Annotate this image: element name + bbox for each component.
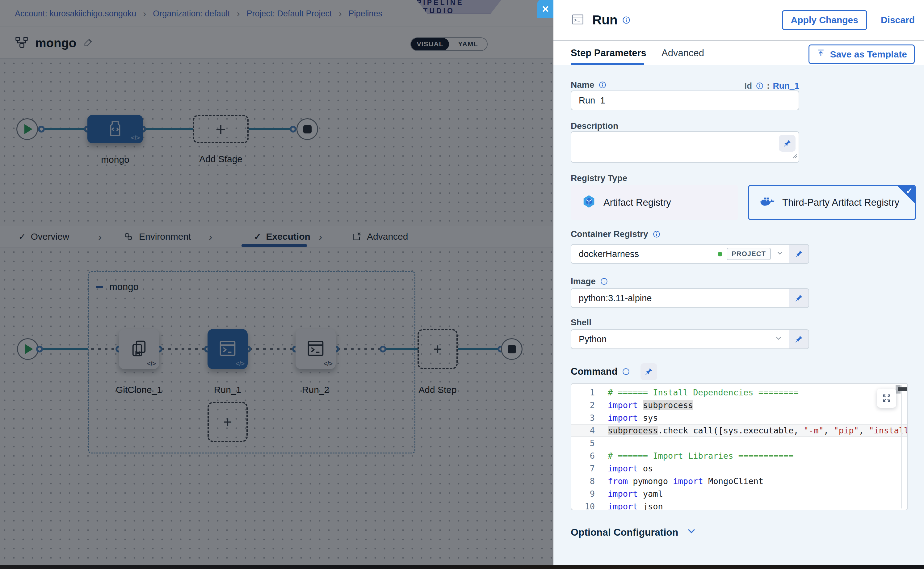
code-text: import sys: [608, 411, 658, 424]
pin-icon: [795, 335, 803, 344]
code-line[interactable]: 9import yaml: [571, 487, 907, 500]
line-number: 8: [571, 475, 608, 487]
step-parameters-form: Name Id : Run_1 Run_1: [553, 65, 924, 565]
shell-select-value: Python: [579, 334, 606, 344]
code-text: import json: [608, 500, 663, 510]
line-number: 4: [571, 424, 608, 437]
line-number: 1: [571, 386, 608, 399]
image-label: Image: [571, 277, 596, 286]
code-text: # ====== Install Dependencies ========: [608, 386, 799, 399]
info-icon[interactable]: [599, 81, 606, 89]
desktop-edge-strip: [0, 565, 924, 569]
info-icon[interactable]: [756, 82, 764, 90]
command-label-row: Command: [571, 363, 657, 380]
code-line[interactable]: 7import os: [571, 462, 907, 475]
container-registry-value: dockerHarness: [579, 249, 639, 259]
container-registry-label-row: Container Registry: [571, 229, 661, 239]
image-input[interactable]: python:3.11-alpine: [571, 288, 789, 308]
pipeline-studio-pane: Account: kurosakiichigo.songoku › Organi…: [0, 0, 553, 569]
info-icon[interactable]: [622, 368, 630, 376]
code-text: import subprocess: [608, 399, 693, 411]
shell-select[interactable]: Python: [571, 329, 789, 349]
pin-runtime-input-button[interactable]: [789, 329, 809, 349]
info-icon[interactable]: [622, 16, 631, 24]
scope-badge: PROJECT: [726, 248, 771, 260]
code-text: subprocess.check_call([sys.executable, "…: [608, 424, 908, 437]
description-label: Description: [571, 121, 618, 131]
editor-scrollbar-marker: [898, 387, 907, 391]
connector-status-dot: [718, 252, 722, 256]
name-input[interactable]: Run_1: [571, 91, 799, 110]
optional-configuration-toggle[interactable]: Optional Configuration: [571, 526, 697, 539]
pin-runtime-input-button[interactable]: [789, 288, 809, 308]
pin-runtime-input-button[interactable]: [779, 135, 796, 152]
expand-editor-button[interactable]: [877, 389, 896, 408]
drawer-title: Run: [592, 13, 618, 27]
discard-button[interactable]: Discard: [881, 15, 915, 25]
code-line[interactable]: 6# ====== Import Libraries ===========: [571, 449, 907, 462]
save-as-template-label: Save as Template: [830, 49, 907, 59]
id-separator: :: [767, 81, 770, 91]
pin-icon: [795, 294, 803, 303]
third-party-registry-label: Third-Party Artifact Registry: [782, 197, 899, 208]
artifact-registry-label: Artifact Registry: [603, 197, 671, 208]
pin-runtime-input-button[interactable]: [789, 244, 809, 264]
pipeline-studio-app: Account: kurosakiichigo.songoku › Organi…: [0, 0, 924, 569]
apply-changes-label: Apply Changes: [791, 15, 858, 25]
code-line[interactable]: 8from pymongo import MongoClient: [571, 475, 907, 487]
chevron-down-icon[interactable]: [775, 334, 783, 344]
apply-changes-button[interactable]: Apply Changes: [782, 10, 867, 30]
code-line[interactable]: 1# ====== Install Dependencies ========: [571, 386, 907, 399]
modal-dim-overlay: [0, 0, 553, 569]
run-step-icon: [571, 13, 585, 27]
name-input-value: Run_1: [579, 96, 605, 106]
drawer-tabs: Step Parameters Advanced Save as Templat…: [553, 41, 924, 65]
code-text: import yaml: [608, 487, 663, 500]
id-value[interactable]: Run_1: [773, 81, 799, 91]
command-editor-lines: 1# ====== Install Dependencies ========2…: [571, 386, 907, 510]
docker-icon: [760, 195, 775, 210]
close-drawer-button[interactable]: ✕: [537, 0, 553, 18]
selected-check-icon: ✓: [906, 186, 913, 196]
step-id-row: Id : Run_1: [744, 81, 799, 91]
line-number: 9: [571, 487, 608, 500]
line-number: 3: [571, 411, 608, 424]
code-text: # ====== Import Libraries ===========: [608, 449, 793, 462]
info-icon[interactable]: [652, 230, 661, 238]
code-line[interactable]: 3import sys: [571, 411, 907, 424]
name-label-row: Name: [571, 80, 606, 90]
registry-option-third-party[interactable]: Third-Party Artifact Registry ✓: [748, 185, 916, 220]
line-number: 5: [571, 437, 608, 449]
image-label-row: Image: [571, 277, 608, 286]
upload-icon: [816, 49, 825, 60]
step-config-drawer: ✕ Run Apply Changes Discard: [553, 0, 924, 565]
command-code-editor[interactable]: 1# ====== Install Dependencies ========2…: [571, 383, 908, 510]
pin-runtime-input-button[interactable]: [640, 363, 657, 380]
description-textarea[interactable]: [571, 131, 799, 163]
optional-configuration-label: Optional Configuration: [571, 527, 678, 538]
command-label: Command: [571, 366, 618, 377]
artifact-registry-icon: [582, 194, 596, 211]
line-number: 2: [571, 399, 608, 411]
line-number: 7: [571, 462, 608, 475]
editor-scrollbar-track[interactable]: [901, 385, 902, 508]
code-line[interactable]: 10import json: [571, 500, 907, 510]
tab-step-parameters[interactable]: Step Parameters: [571, 41, 646, 65]
container-registry-label: Container Registry: [571, 229, 648, 239]
code-line[interactable]: 2import subprocess: [571, 399, 907, 411]
save-as-template-button[interactable]: Save as Template: [808, 44, 915, 64]
pin-icon: [644, 367, 653, 376]
code-line[interactable]: 4subprocess.check_call([sys.executable, …: [571, 424, 907, 437]
info-icon[interactable]: [600, 277, 608, 285]
pin-icon: [795, 250, 803, 258]
code-line[interactable]: 5: [571, 437, 907, 449]
chevron-down-icon[interactable]: [776, 249, 784, 259]
resize-handle-icon[interactable]: [791, 151, 797, 161]
close-icon: ✕: [541, 4, 549, 15]
shell-label: Shell: [571, 318, 591, 327]
tab-step-advanced[interactable]: Advanced: [661, 41, 704, 65]
pin-icon: [783, 139, 792, 148]
chevron-down-icon: [686, 526, 697, 539]
container-registry-select[interactable]: dockerHarness PROJECT: [571, 244, 789, 264]
registry-option-artifact-registry[interactable]: Artifact Registry: [571, 185, 738, 220]
